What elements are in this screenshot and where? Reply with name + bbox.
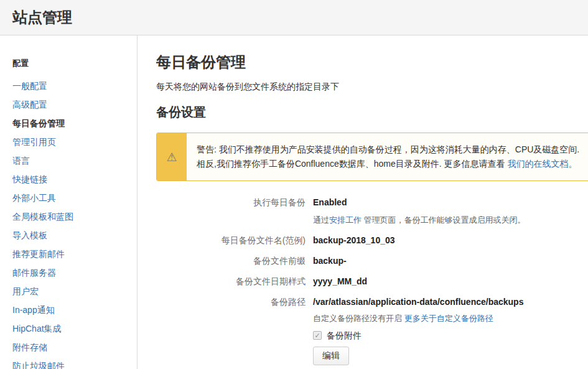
attachments-checkbox-row: ✓ 备份附件 bbox=[313, 329, 588, 342]
date-pattern-label: 备份文件日期样式 bbox=[156, 275, 313, 287]
desc-suffix: 管理页面，备份工作能够设置成启用或关闭。 bbox=[362, 215, 526, 225]
warning-icon-panel: ⚠ bbox=[157, 133, 187, 180]
filename-example-label: 每日备份文件名(范例) bbox=[156, 234, 313, 246]
app-title: 站点管理 bbox=[12, 7, 72, 27]
warning-banner: ⚠ 警告: 我们不推荐使用为产品安装提供的自动备份过程，因为这将消耗大量的内存、… bbox=[156, 133, 588, 181]
backup-path-value: /var/atlassian/application-data/confluen… bbox=[313, 296, 588, 308]
sidebar-item[interactable]: HipChat集成 bbox=[12, 319, 131, 338]
warning-message: 警告: 我们不推荐使用为产品安装提供的自动备份过程，因为这将消耗大量的内存、CP… bbox=[187, 133, 588, 180]
sidebar-item[interactable]: 附件存储 bbox=[12, 338, 131, 357]
page-title: 每日备份管理 bbox=[156, 53, 588, 72]
page-subtitle: 每天将您的网站备份到您文件系统的指定目录下 bbox=[156, 80, 588, 93]
sidebar-item[interactable]: 快捷链接 bbox=[12, 170, 131, 189]
sidebar-item[interactable]: 邮件服务器 bbox=[12, 263, 131, 282]
sidebar-item[interactable]: 导入模板 bbox=[12, 226, 131, 245]
backup-path-description: 自定义备份路径没有开启 更多关于自定义备份路径 bbox=[313, 313, 588, 324]
sidebar-item[interactable]: In-app通知 bbox=[12, 301, 131, 319]
sidebar-item-active[interactable]: 每日备份管理 bbox=[12, 114, 131, 133]
sidebar-item[interactable]: 一般配置 bbox=[12, 77, 131, 95]
sidebar-item[interactable]: 推荐更新邮件 bbox=[12, 245, 131, 263]
sidebar-item[interactable]: 用户宏 bbox=[12, 282, 131, 301]
sidebar-item[interactable]: 外部小工具 bbox=[12, 189, 131, 207]
daily-backup-value: Enabled bbox=[313, 196, 588, 208]
sidebar-section-label: 配置 bbox=[12, 58, 131, 69]
backup-path-label: 备份路径 bbox=[156, 296, 313, 365]
daily-backup-description: 通过安排工作 管理页面，备份工作能够设置成启用或关闭。 bbox=[313, 215, 588, 226]
section-heading: 备份设置 bbox=[156, 104, 588, 120]
attachments-checkbox[interactable]: ✓ bbox=[313, 331, 322, 340]
date-pattern-value: yyyy_MM_dd bbox=[313, 275, 588, 287]
edit-button[interactable]: 编辑 bbox=[313, 347, 349, 365]
attachments-checkbox-label: 备份附件 bbox=[327, 329, 362, 342]
warning-line1: 警告: 我们不推荐使用为产品安装提供的自动备份过程，因为这将消耗大量的内存、CP… bbox=[197, 144, 579, 154]
form-row-daily-backup: 执行每日备份 Enabled 通过安排工作 管理页面，备份工作能够设置成启用或关… bbox=[156, 196, 588, 226]
file-prefix-value: backup- bbox=[313, 255, 588, 267]
form-row-backup-path: 备份路径 /var/atlassian/application-data/con… bbox=[156, 296, 588, 365]
custom-path-status: 自定义备份路径没有开启 bbox=[313, 314, 404, 323]
desc-prefix: 通过 bbox=[313, 215, 329, 225]
form-row-file-prefix: 备份文件前缀 backup- bbox=[156, 255, 588, 267]
layout: 配置 一般配置高级配置每日备份管理管理引用页语言快捷链接外部小工具全局模板和蓝图… bbox=[0, 35, 588, 369]
daily-backup-label: 执行每日备份 bbox=[156, 196, 313, 226]
backup-settings-form: 执行每日备份 Enabled 通过安排工作 管理页面，备份工作能够设置成启用或关… bbox=[156, 196, 588, 365]
sidebar-item[interactable]: 高级配置 bbox=[12, 95, 131, 114]
sidebar-item[interactable]: 语言 bbox=[12, 151, 131, 170]
custom-path-link[interactable]: 更多关于自定义备份路径 bbox=[404, 314, 493, 323]
filename-example-value: backup-2018_10_03 bbox=[313, 234, 588, 246]
warning-triangle-icon: ⚠ bbox=[166, 151, 177, 163]
online-docs-link[interactable]: 我们的在线文档。 bbox=[507, 159, 577, 169]
scheduled-jobs-link[interactable]: 安排工作 bbox=[329, 215, 362, 225]
sidebar-item[interactable]: 管理引用页 bbox=[12, 133, 131, 151]
file-prefix-label: 备份文件前缀 bbox=[156, 255, 313, 267]
app-header: 站点管理 bbox=[0, 0, 588, 35]
sidebar-item[interactable]: 全局模板和蓝图 bbox=[12, 207, 131, 226]
warning-line2: 相反,我们推荐你手工备份Confluence数据库、home目录及附件. 更多信… bbox=[197, 159, 507, 169]
sidebar-nav: 一般配置高级配置每日备份管理管理引用页语言快捷链接外部小工具全局模板和蓝图导入模… bbox=[12, 77, 131, 369]
sidebar-item[interactable]: 防止垃圾邮件 bbox=[12, 357, 131, 369]
form-row-date-pattern: 备份文件日期样式 yyyy_MM_dd bbox=[156, 275, 588, 287]
main-content: 每日备份管理 每天将您的网站备份到您文件系统的指定目录下 备份设置 ⚠ 警告: … bbox=[138, 35, 588, 369]
sidebar: 配置 一般配置高级配置每日备份管理管理引用页语言快捷链接外部小工具全局模板和蓝图… bbox=[0, 35, 138, 369]
form-row-filename-example: 每日备份文件名(范例) backup-2018_10_03 bbox=[156, 234, 588, 246]
